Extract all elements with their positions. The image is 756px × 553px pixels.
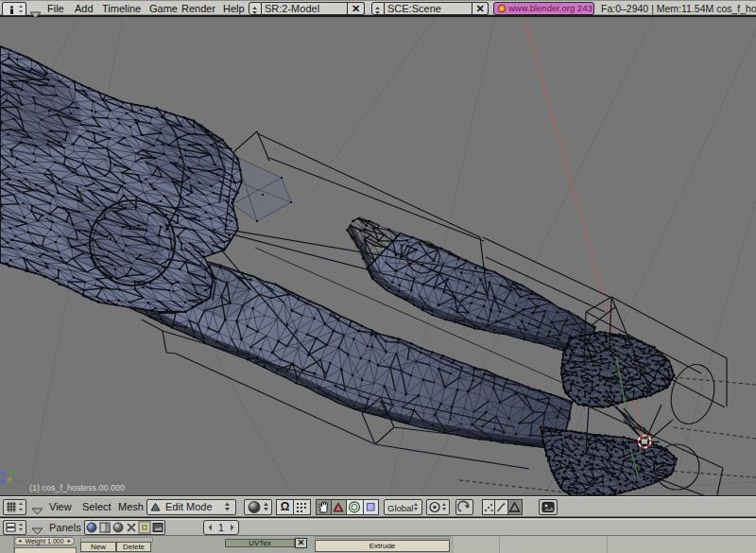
svg-text:(1) cos_f_hostess.00.000: (1) cos_f_hostess.00.000	[29, 483, 125, 493]
